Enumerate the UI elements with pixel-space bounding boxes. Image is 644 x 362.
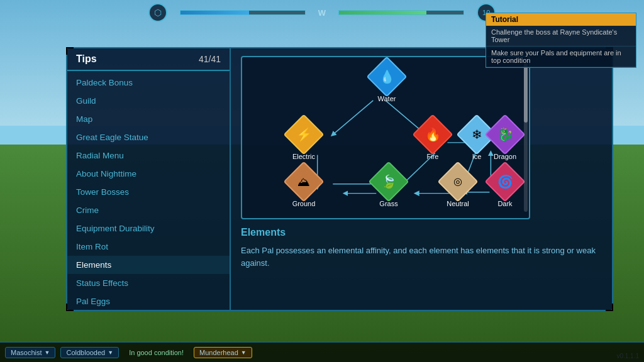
sidebar-item-item-rot[interactable]: Item Rot xyxy=(67,238,230,256)
munderhead-label: Munderhead xyxy=(199,349,238,356)
hud-bar xyxy=(180,10,306,15)
masochist-dropdown-icon[interactable]: ▼ xyxy=(45,349,50,356)
hud-w-label: W xyxy=(318,8,326,18)
sidebar-items-list: Paldeck Bonus Guild Map Great Eagle Stat… xyxy=(67,71,230,310)
content-section-title: Elements xyxy=(241,227,602,238)
ground-diamond: ⛰ xyxy=(283,161,324,202)
sidebar-item-radial-menu[interactable]: Radial Menu xyxy=(67,146,230,165)
status-pill-munderhead[interactable]: Munderhead ▼ xyxy=(194,347,252,358)
water-icon: 💧 xyxy=(379,70,395,83)
tutorial-header: Tutorial xyxy=(486,13,636,26)
munderhead-dropdown-icon[interactable]: ▼ xyxy=(241,349,247,356)
chart-scrollbar[interactable] xyxy=(524,63,528,212)
water-diamond: 💧 xyxy=(366,56,407,97)
ground-icon: ⛰ xyxy=(297,175,310,188)
electric-icon: ⚡ xyxy=(296,128,312,141)
sidebar-item-paldeck-bonus[interactable]: Paldeck Bonus xyxy=(67,74,230,92)
element-dark: 🌀 Dark xyxy=(491,167,519,207)
neutral-diamond: ◎ xyxy=(437,161,478,202)
sidebar-title: Tips xyxy=(76,53,97,65)
hud-bar2-fill xyxy=(339,11,426,14)
element-dragon: 🐉 Dragon xyxy=(491,120,519,160)
sidebar-item-equipment-durability[interactable]: Equipment Durability xyxy=(67,219,230,238)
fire-icon: 🔥 xyxy=(425,128,441,141)
status-pill-coldblooded[interactable]: Coldblooded ▼ xyxy=(60,347,119,358)
element-fire: 🔥 Fire xyxy=(418,120,447,160)
ice-icon: ❄ xyxy=(472,128,482,141)
element-ground: ⛰ Ground xyxy=(289,167,318,207)
chart-scrollbar-thumb xyxy=(524,63,528,123)
element-electric: ⚡ Electric xyxy=(289,120,318,160)
hud-left-icon: ⬡ xyxy=(148,3,167,22)
dark-icon: 🌀 xyxy=(497,175,513,188)
tutorial-panel: Tutorial Challenge the boss at Rayne Syn… xyxy=(486,13,636,68)
sidebar-item-crime[interactable]: Crime xyxy=(67,201,230,219)
sidebar-item-status-effects[interactable]: Status Effects xyxy=(67,274,230,292)
element-grass: 🍃 Grass xyxy=(374,167,403,207)
sidebar-item-tower-bosses[interactable]: Tower Bosses xyxy=(67,183,230,201)
element-water: 💧 Water xyxy=(372,62,401,102)
hud-bar-fill xyxy=(180,11,249,14)
sidebar-item-map[interactable]: Map xyxy=(67,110,230,128)
element-ice: ❄ Ice xyxy=(462,120,491,160)
sidebar-header: Tips 41/41 xyxy=(67,48,230,71)
coldblooded-label: Coldblooded xyxy=(66,349,105,356)
tutorial-item-2: Make sure your Pals and equipment are in… xyxy=(486,47,636,67)
elements-chart: 💧 Water ⚡ Electric 🔥 Fire xyxy=(241,56,530,219)
element-neutral: ◎ Neutral xyxy=(443,167,472,207)
sidebar-item-pal-eggs[interactable]: Pal Eggs xyxy=(67,292,230,310)
sidebar-item-about-nighttime[interactable]: About Nighttime xyxy=(67,165,230,183)
dark-diamond: 🌀 xyxy=(484,161,525,202)
sidebar-count: 41/41 xyxy=(199,54,221,64)
sidebar-item-great-eagle-statue[interactable]: Great Eagle Statue xyxy=(67,128,230,146)
grass-diamond: 🍃 xyxy=(368,161,409,202)
status-pill-masochist[interactable]: Masochist ▼ xyxy=(5,347,55,358)
content-description: Each Pal possesses an elemental affinity… xyxy=(241,244,602,269)
main-panel: Tips 41/41 Paldeck Bonus Guild Map Great… xyxy=(66,47,613,311)
electric-diamond: ⚡ xyxy=(283,114,324,155)
grass-icon: 🍃 xyxy=(381,175,397,188)
sidebar-item-elements[interactable]: Elements xyxy=(67,256,230,274)
hud-bar2 xyxy=(338,10,464,15)
svg-line-2 xyxy=(333,101,373,134)
masochist-label: Masochist xyxy=(11,349,42,356)
neutral-icon: ◎ xyxy=(453,177,462,187)
sidebar: Tips 41/41 Paldeck Bonus Guild Map Great… xyxy=(67,48,231,310)
content-area: 💧 Water ⚡ Electric 🔥 Fire xyxy=(231,48,612,310)
tutorial-item-1: Challenge the boss at Rayne Syndicate's … xyxy=(486,26,636,47)
condition-text: In good condition! xyxy=(129,349,184,356)
bottom-bar: Masochist ▼ Coldblooded ▼ In good condit… xyxy=(0,342,644,362)
fire-diamond: 🔥 xyxy=(412,114,453,155)
dragon-icon: 🐉 xyxy=(497,128,513,141)
coldblooded-dropdown-icon[interactable]: ▼ xyxy=(108,349,113,356)
dragon-diamond: 🐉 xyxy=(484,114,525,155)
sidebar-item-guild[interactable]: Guild xyxy=(67,92,230,110)
